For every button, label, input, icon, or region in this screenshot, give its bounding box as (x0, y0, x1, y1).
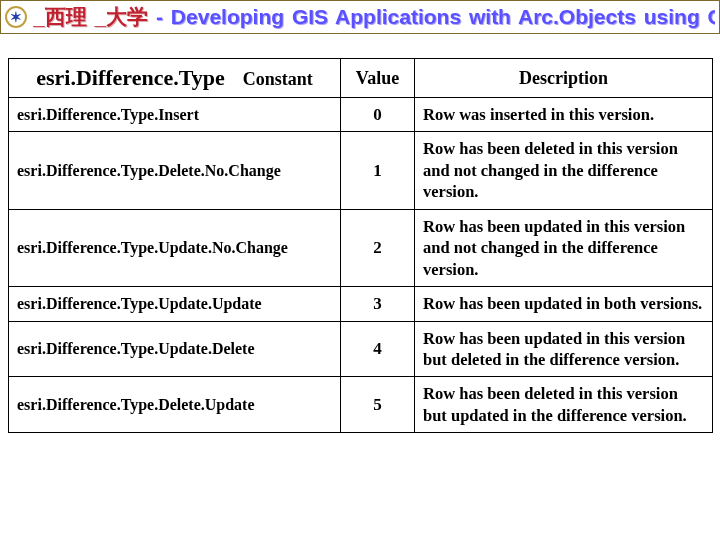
constant-cell: esri.Difference.Type.Delete.No.Change (9, 132, 341, 209)
table-row: esri.Difference.Type.Insert 0 Row was in… (9, 98, 713, 132)
constant-cell: esri.Difference.Type.Update.Update (9, 287, 341, 321)
table-header-row: esri.Difference.Type Constant Value Desc… (9, 59, 713, 98)
description-cell: Row has been deleted in this version and… (415, 132, 713, 209)
header-value: Value (341, 59, 415, 98)
header-description: Description (415, 59, 713, 98)
description-cell: Row was inserted in this version. (415, 98, 713, 132)
constant-cell: esri.Difference.Type.Update.Delete (9, 321, 341, 377)
value-cell: 1 (341, 132, 415, 209)
value-cell: 2 (341, 209, 415, 286)
header-constant: esri.Difference.Type Constant (9, 59, 341, 98)
value-cell: 0 (341, 98, 415, 132)
description-cell: Row has been deleted in this version but… (415, 377, 713, 433)
difference-type-table: esri.Difference.Type Constant Value Desc… (8, 58, 713, 433)
constant-cell: esri.Difference.Type.Insert (9, 98, 341, 132)
table-body: esri.Difference.Type.Insert 0 Row was in… (9, 98, 713, 433)
slide-root: ✶ _西理 _大学 - Developing GIS Applications … (0, 0, 720, 540)
value-cell: 4 (341, 321, 415, 377)
title-part-blue: - Developing GIS Applications with Arc.O… (148, 5, 715, 28)
header-type-label: esri.Difference.Type (36, 65, 225, 90)
description-cell: Row has been updated in this version and… (415, 209, 713, 286)
header-constant-label: Constant (229, 69, 313, 89)
title-part-red: _西理 _大学 (33, 5, 148, 28)
description-cell: Row has been updated in both versions. (415, 287, 713, 321)
table-row: esri.Difference.Type.Delete.Update 5 Row… (9, 377, 713, 433)
value-cell: 3 (341, 287, 415, 321)
constant-cell: esri.Difference.Type.Update.No.Change (9, 209, 341, 286)
table-row: esri.Difference.Type.Update.No.Change 2 … (9, 209, 713, 286)
table-row: esri.Difference.Type.Delete.No.Change 1 … (9, 132, 713, 209)
description-cell: Row has been updated in this version but… (415, 321, 713, 377)
value-cell: 5 (341, 377, 415, 433)
constant-cell: esri.Difference.Type.Delete.Update (9, 377, 341, 433)
university-logo-icon: ✶ (5, 6, 27, 28)
table-row: esri.Difference.Type.Update.Update 3 Row… (9, 287, 713, 321)
title-bar: ✶ _西理 _大学 - Developing GIS Applications … (0, 0, 720, 34)
slide-title: _西理 _大学 - Developing GIS Applications wi… (33, 3, 715, 31)
table-row: esri.Difference.Type.Update.Delete 4 Row… (9, 321, 713, 377)
